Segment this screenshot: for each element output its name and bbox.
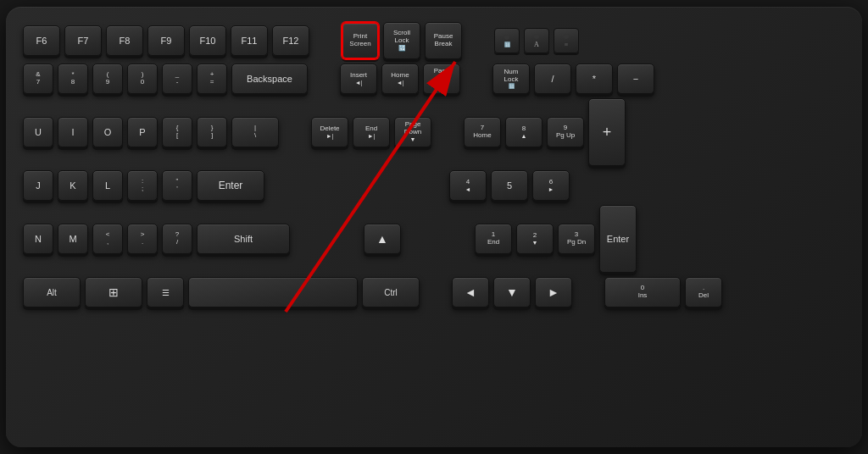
keyboard-container: F6 F7 F8 F9 F10 F11 F12 Print Screen Scr…	[6, 7, 862, 447]
key-m[interactable]: M	[58, 224, 88, 254]
key-plus[interactable]: + =	[197, 64, 227, 94]
key-print-screen[interactable]: Print Screen	[342, 22, 379, 59]
key-k[interactable]: K	[58, 170, 88, 201]
key-arrow-left[interactable]: ◄	[452, 277, 489, 307]
key-num-7[interactable]: 7 Home	[464, 117, 501, 147]
main-keyboard: F6 F7 F8 F9 F10 F11 F12 Print Screen Scr…	[23, 22, 722, 307]
key-delete[interactable]: Delete ►|	[311, 117, 348, 147]
key-num-6[interactable]: 6 ►	[532, 170, 570, 201]
key-arrow-right[interactable]: ►	[535, 277, 572, 307]
key-question[interactable]: ? /	[162, 224, 192, 254]
key-i[interactable]: I	[58, 117, 88, 147]
key-lparen[interactable]: ( 9	[92, 64, 123, 94]
key-win[interactable]: ⊞	[85, 277, 142, 307]
key-gt[interactable]: > .	[127, 224, 158, 254]
key-num-0[interactable]: 0 Ins	[604, 277, 681, 307]
key-backspace[interactable]: Backspace	[231, 64, 308, 94]
key-num-minus[interactable]: −	[617, 64, 654, 94]
key-amp[interactable]: & 7	[23, 64, 53, 94]
key-backslash[interactable]: | \	[231, 117, 279, 147]
key-rbrace[interactable]: } ]	[197, 117, 227, 147]
key-end[interactable]: End ►|	[353, 117, 390, 147]
key-quote[interactable]: " '	[162, 170, 192, 201]
key-num-slash[interactable]: /	[534, 64, 571, 94]
key-home[interactable]: Home ◄|	[381, 64, 419, 94]
key-f10[interactable]: F10	[189, 25, 226, 56]
key-pageup[interactable]: Page Up ▲	[423, 64, 460, 94]
key-num-4[interactable]: 4 ◄	[449, 170, 487, 201]
key-num-1[interactable]: 1 End	[475, 224, 512, 254]
key-u[interactable]: U	[23, 117, 53, 147]
key-f6[interactable]: F6	[23, 25, 60, 56]
key-o[interactable]: O	[92, 117, 123, 147]
key-j[interactable]: J	[23, 170, 53, 201]
key-num-star[interactable]: *	[576, 64, 613, 94]
key-num-enter[interactable]: Enter	[599, 205, 637, 273]
key-arrow-up[interactable]: ▲	[364, 224, 401, 254]
key-semicolon[interactable]: : ;	[127, 170, 158, 201]
key-num-8[interactable]: 8 ▲	[505, 117, 542, 147]
key-asterisk[interactable]: * 8	[58, 64, 88, 94]
key-rctrl[interactable]: Ctrl	[362, 277, 420, 307]
key-enter[interactable]: Enter	[197, 170, 264, 201]
key-alt[interactable]: Alt	[23, 277, 81, 307]
key-scroll-lock[interactable]: Scroll Lock 🔢	[383, 22, 420, 59]
key-l[interactable]: L	[92, 170, 123, 201]
key-arrow-down[interactable]: ▼	[493, 277, 531, 307]
key-pagedown[interactable]: Page Down ▼	[394, 117, 431, 147]
key-insert[interactable]: Insert ◄|	[340, 64, 377, 94]
key-num-2[interactable]: 2 ▼	[516, 224, 554, 254]
key-numlock[interactable]: Num Lock 🔢	[492, 64, 530, 94]
key-lt[interactable]: < ,	[92, 224, 123, 254]
num-lock-indicator: 🔢	[494, 28, 520, 53]
scroll-lock-indicator: ≡	[554, 28, 579, 53]
key-rshift[interactable]: Shift	[197, 224, 290, 254]
key-rparen[interactable]: ) 0	[127, 64, 158, 94]
key-num-3[interactable]: 3 Pg Dn	[558, 224, 595, 254]
key-pause-break[interactable]: Pause Break	[425, 22, 462, 59]
key-num-dot[interactable]: . Del	[685, 277, 722, 307]
key-f7[interactable]: F7	[64, 25, 102, 56]
caps-lock-indicator: A	[524, 28, 549, 53]
key-f12[interactable]: F12	[272, 25, 309, 56]
key-space[interactable]	[188, 277, 358, 307]
key-num-5[interactable]: 5	[491, 170, 528, 201]
key-f8[interactable]: F8	[106, 25, 143, 56]
key-f11[interactable]: F11	[231, 25, 268, 56]
key-p[interactable]: P	[127, 117, 158, 147]
key-underscore[interactable]: _ -	[162, 64, 192, 94]
key-f9[interactable]: F9	[147, 25, 185, 56]
key-lbrace[interactable]: { [	[162, 117, 192, 147]
key-n[interactable]: N	[23, 224, 53, 254]
key-num-9[interactable]: 9 Pg Up	[547, 117, 584, 147]
key-num-plus[interactable]: +	[588, 98, 626, 166]
key-menu[interactable]: ☰	[147, 277, 184, 307]
